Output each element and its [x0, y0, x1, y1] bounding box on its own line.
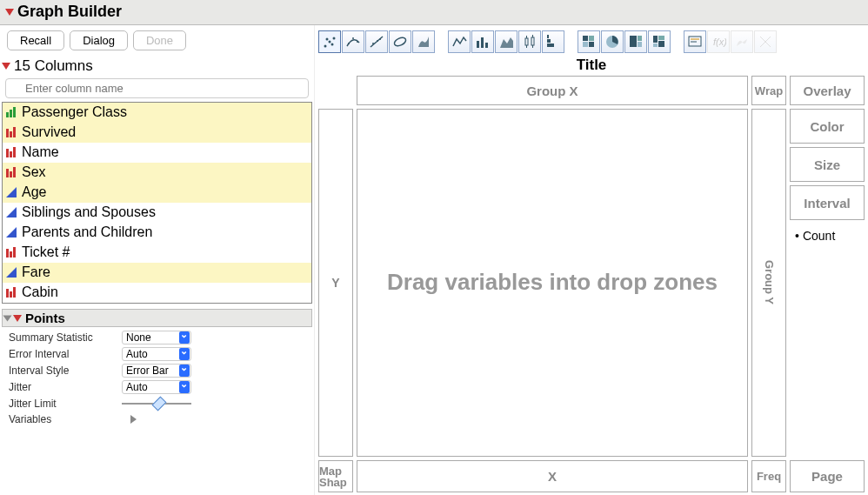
svg-rect-18	[10, 251, 12, 258]
groupy-zone[interactable]: Group Y	[751, 109, 786, 457]
svg-rect-38	[481, 37, 484, 48]
column-item-sex[interactable]: Sex	[3, 163, 311, 183]
svg-marker-40	[500, 37, 513, 48]
line-chart-button[interactable]	[448, 30, 471, 53]
nominal-icon	[6, 147, 18, 157]
dialog-button[interactable]: Dialog	[70, 30, 128, 50]
histogram-chart-button[interactable]	[542, 30, 564, 53]
attribute-list[interactable]: •Count	[790, 224, 865, 258]
overlay-zone[interactable]: Overlay	[790, 76, 865, 105]
svg-rect-55	[630, 36, 637, 47]
column-item-name[interactable]: Name	[3, 143, 311, 163]
nominal-icon	[6, 127, 18, 137]
svg-marker-15	[6, 207, 17, 217]
summary-statistic-select[interactable]: None	[122, 331, 191, 344]
freq-zone[interactable]: Freq	[751, 460, 786, 492]
column-label: Ticket #	[22, 244, 70, 260]
jitter-select[interactable]: Auto	[122, 380, 191, 394]
map-chart-button[interactable]	[731, 30, 753, 53]
svg-rect-51	[589, 36, 594, 41]
nominal-icon	[6, 167, 18, 177]
svg-rect-17	[6, 249, 9, 258]
smoother-chart-button[interactable]	[342, 30, 364, 53]
continuous-icon	[6, 187, 18, 197]
column-item-parents[interactable]: Parents and Children	[3, 223, 311, 243]
plot-title[interactable]: Title	[315, 57, 868, 76]
svg-rect-58	[653, 36, 658, 43]
treemap-chart-button[interactable]	[624, 30, 647, 53]
svg-point-35	[379, 38, 381, 40]
mapshape-zone[interactable]: Map Shap	[318, 460, 353, 492]
summary-statistic-label: Summary Statistic	[9, 331, 122, 344]
column-label: Survived	[22, 124, 76, 140]
parallel-chart-button[interactable]	[754, 30, 777, 53]
page-zone[interactable]: Page	[790, 460, 865, 492]
column-item-fare[interactable]: Fare	[3, 263, 311, 283]
formula-chart-button[interactable]: f(x)	[707, 30, 730, 53]
svg-rect-7	[13, 127, 16, 137]
points-section-header[interactable]: Points	[2, 309, 312, 327]
svg-rect-12	[10, 171, 12, 177]
column-item-siblings[interactable]: Siblings and Spouses	[3, 203, 311, 223]
svg-marker-16	[6, 227, 17, 237]
interval-style-select[interactable]: Error Bar	[122, 364, 191, 378]
svg-rect-21	[6, 289, 9, 298]
column-item-passenger-class[interactable]: Passenger Class	[3, 103, 311, 123]
nominal-icon	[6, 247, 18, 258]
x-zone[interactable]: X	[357, 460, 748, 492]
window-title: Graph Builder	[17, 3, 122, 21]
svg-rect-3	[10, 110, 12, 117]
column-search-input[interactable]	[5, 78, 309, 98]
size-zone[interactable]: Size	[790, 147, 865, 182]
column-item-age[interactable]: Age	[3, 183, 311, 203]
chart-type-toolbar: f(x)	[315, 25, 868, 57]
area-chart-button[interactable]	[495, 30, 517, 53]
column-item-cabin[interactable]: Cabin	[3, 283, 311, 303]
center-drop-zone[interactable]: Drag variables into drop zones	[357, 109, 748, 457]
svg-point-25	[329, 41, 331, 43]
svg-point-31	[357, 41, 358, 43]
svg-point-33	[372, 43, 374, 44]
points-chart-button[interactable]	[318, 30, 341, 53]
ordinal-icon	[6, 107, 18, 117]
columns-disclosure-icon[interactable]	[2, 63, 10, 70]
pie-chart-button[interactable]	[601, 30, 624, 53]
svg-rect-22	[10, 291, 12, 298]
svg-point-30	[352, 37, 354, 39]
y-zone[interactable]: Y	[318, 109, 353, 457]
disclosure-triangle-icon[interactable]	[5, 9, 14, 16]
interval-zone[interactable]: Interval	[790, 185, 865, 220]
linefit-chart-button[interactable]	[365, 30, 388, 53]
svg-point-36	[393, 36, 407, 47]
error-interval-label: Error Interval	[9, 348, 122, 360]
ellipse-chart-button[interactable]	[389, 30, 411, 53]
column-item-survived[interactable]: Survived	[3, 123, 311, 143]
bar-chart-button[interactable]	[471, 30, 494, 53]
drop-zone-grid: Group X Wrap Overlay Y Drag variables in…	[315, 76, 868, 495]
wrap-zone[interactable]: Wrap	[751, 76, 786, 105]
mosaic-chart-button[interactable]	[648, 30, 671, 53]
recall-button[interactable]: Recall	[7, 30, 64, 50]
svg-rect-13	[13, 167, 16, 177]
color-zone[interactable]: Color	[790, 109, 865, 144]
column-item-ticket[interactable]: Ticket #	[3, 243, 311, 263]
points-label: Points	[25, 311, 65, 325]
column-list: Passenger Class Survived Name Sex Age Si…	[2, 102, 312, 304]
expand-icon[interactable]	[130, 415, 137, 424]
svg-point-29	[348, 43, 350, 44]
svg-point-34	[377, 40, 378, 42]
nominal-icon	[6, 287, 18, 298]
interval-style-label: Interval Style	[9, 365, 122, 377]
svg-rect-37	[477, 41, 479, 48]
column-label: Fare	[22, 264, 50, 280]
groupx-zone[interactable]: Group X	[357, 76, 748, 105]
menu-triangle-icon[interactable]	[13, 315, 22, 322]
caption-box-button[interactable]	[684, 30, 706, 53]
contour-chart-button[interactable]	[412, 30, 435, 53]
svg-point-27	[326, 38, 329, 41]
continuous-icon	[6, 207, 18, 217]
heatmap-chart-button[interactable]	[578, 30, 600, 53]
error-interval-select[interactable]: Auto	[122, 347, 191, 361]
boxplot-chart-button[interactable]	[518, 30, 541, 53]
jitter-limit-slider[interactable]	[122, 397, 191, 411]
